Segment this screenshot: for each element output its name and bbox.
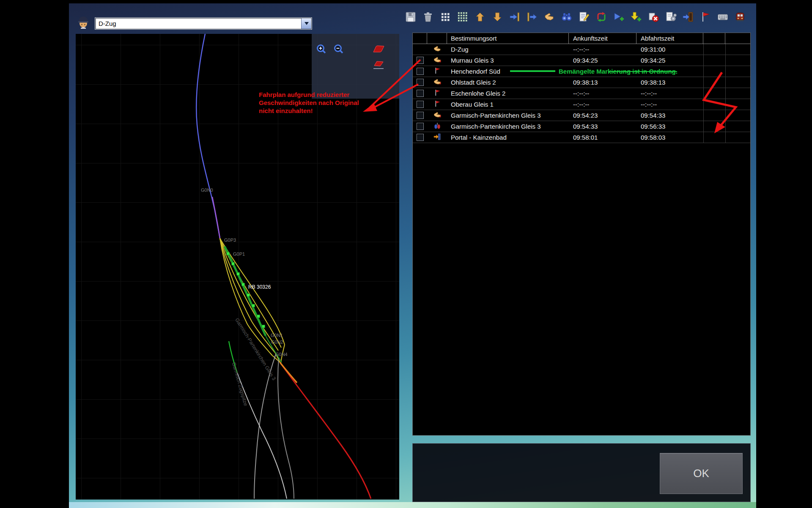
track-section-label: G0N0 (201, 188, 213, 193)
arrival-cell: 09:38:13 (569, 77, 636, 88)
zoom-in-icon[interactable] (316, 44, 327, 55)
edit-entry-icon[interactable] (576, 9, 592, 25)
stop-marker-icon (433, 56, 441, 65)
flag-marker-icon (433, 67, 441, 76)
current-train-hand-icon (433, 45, 441, 54)
destination-cell: Garmisch-Partenkirchen Gleis 3 (447, 110, 569, 121)
signal-shape-icon[interactable] (373, 45, 385, 53)
table-row[interactable]: Garmisch-Partenkirchen Gleis 3 09:54:23 … (413, 110, 750, 121)
toolbar (403, 9, 748, 25)
set-stop-hand-icon[interactable] (541, 9, 557, 25)
arrival-cell (569, 66, 636, 77)
table-row[interactable]: Garmisch-Partenkirchen Gleis 3 09:54:33 … (413, 121, 750, 132)
driver-avatar-icon (77, 15, 89, 29)
row-checkbox[interactable] (417, 57, 424, 64)
destination-cell: Murnau Gleis 3 (447, 55, 569, 66)
delete-icon[interactable] (420, 9, 436, 25)
portal-icon (433, 133, 441, 142)
table-row[interactable]: Murnau Gleis 3 09:34:25 09:34:25 (413, 55, 750, 66)
track-section-label: G0N1 (271, 333, 283, 338)
departure-cell: --:--:-- (636, 88, 703, 99)
flag-icon[interactable] (697, 9, 713, 25)
ok-button[interactable]: OK (660, 453, 743, 494)
table-row[interactable]: Henchendorf Süd (413, 66, 750, 77)
table-header: Bestimmungsort Ankunftszeit Abfahrtszeit (413, 33, 750, 44)
column-header-destination[interactable]: Bestimmungsort (447, 33, 569, 44)
destination-cell: Eschenlohe Gleis 2 (447, 88, 569, 99)
row-checkbox[interactable] (417, 134, 424, 141)
exit-portal-icon[interactable] (680, 9, 696, 25)
route-map[interactable]: G0N0 G0P3 G0P1 RB 30326 G0N1 G0N2 G0N4 G… (76, 34, 399, 500)
row-checkbox[interactable] (417, 79, 424, 86)
binoculars-icon[interactable] (559, 9, 574, 25)
arrival-cell: 09:54:23 (569, 110, 636, 121)
row-checkbox[interactable] (417, 90, 424, 97)
stop-marker-icon (433, 111, 441, 120)
move-up-icon[interactable] (472, 9, 488, 25)
row-checkbox[interactable] (417, 101, 424, 108)
track-section-label: G0P3 (224, 237, 236, 243)
grid-large-icon[interactable] (455, 9, 470, 25)
zoom-out-icon[interactable] (333, 44, 344, 55)
column-header-arrival[interactable]: Ankunftszeit (569, 33, 636, 44)
save-icon[interactable] (403, 9, 418, 25)
table-row[interactable]: Eschenlohe Gleis 2 --:--:-- --:--:-- (413, 88, 750, 99)
departure-cell: 09:54:33 (636, 110, 703, 121)
destination-cell: Ohlstadt Gleis 2 (447, 77, 569, 88)
timetable: Bestimmungsort Ankunftszeit Abfahrtszeit… (412, 33, 751, 436)
arrival-cell: --:--:-- (569, 99, 636, 110)
insert-before-icon[interactable] (507, 9, 522, 25)
destination-cell: Portal - Kainzenbad (447, 132, 569, 143)
departure-cell: --:--:-- (636, 99, 703, 110)
departure-cell (636, 66, 703, 77)
chevron-down-icon[interactable] (301, 18, 311, 29)
table-row[interactable]: Oberau Gleis 1 --:--:-- --:--:-- (413, 99, 750, 110)
delete-stop-icon[interactable] (645, 9, 661, 25)
track-section-label: G0P1 (233, 251, 245, 257)
train-number-label: RB 30326 (248, 284, 271, 290)
track-section-label: G0N2 (271, 340, 283, 345)
departure-cell: 09:38:13 (636, 77, 703, 88)
grid-small-icon[interactable] (437, 9, 453, 25)
departure-cell: 09:58:03 (636, 132, 703, 143)
add-stop-icon[interactable] (611, 9, 626, 25)
departure-cell: 09:34:25 (636, 55, 703, 66)
stop-marker-icon (433, 78, 441, 87)
keyboard-icon[interactable] (715, 9, 730, 25)
row-checkbox[interactable] (417, 112, 424, 119)
swap-direction-icon[interactable] (593, 9, 609, 25)
passenger-stop-icon (433, 122, 441, 131)
flag-marker-icon (433, 89, 441, 98)
insert-after-icon[interactable] (524, 9, 540, 25)
move-down-icon[interactable] (489, 9, 505, 25)
add-waypoint-icon[interactable] (628, 9, 644, 25)
map-zoom-overlay (312, 34, 399, 99)
destination-cell: Henchendorf Süd (447, 66, 569, 77)
destination-cell: D-Zug (447, 44, 569, 55)
dialog-panel: OK (412, 443, 751, 502)
row-checkbox[interactable] (417, 68, 424, 75)
table-row[interactable]: Portal - Kainzenbad 09:58:01 09:58:03 (413, 132, 750, 143)
track-section-label: G0N4 (275, 352, 288, 357)
screen: D-Zug (0, 0, 812, 508)
row-checkbox[interactable] (417, 123, 424, 130)
table-row[interactable]: Ohlstadt Gleis 2 09:38:13 09:38:13 (413, 77, 750, 88)
app-window: D-Zug (69, 3, 756, 508)
column-header-departure[interactable]: Abfahrtszeit (636, 33, 703, 44)
track-lines (76, 34, 399, 500)
destination-cell: Garmisch-Partenkirchen Gleis 3 (447, 121, 569, 132)
departure-cell: 09:56:33 (636, 121, 703, 132)
departure-cell: 09:31:00 (636, 44, 703, 55)
arrival-cell: 09:58:01 (569, 132, 636, 143)
train-selector[interactable]: D-Zug (95, 18, 312, 29)
arrival-cell: --:--:-- (569, 88, 636, 99)
destination-cell: Oberau Gleis 1 (447, 99, 569, 110)
arrival-cell: 09:34:25 (569, 55, 636, 66)
train-selector-value: D-Zug (96, 18, 301, 29)
table-row[interactable]: D-Zug --:--:-- 09:31:00 (413, 44, 750, 55)
train-properties-icon[interactable] (732, 9, 748, 25)
arrival-cell: 09:54:33 (569, 121, 636, 132)
signal-shape-2-icon[interactable] (372, 60, 385, 70)
stop-properties-icon[interactable] (663, 9, 678, 25)
arrival-cell: --:--:-- (569, 44, 636, 55)
